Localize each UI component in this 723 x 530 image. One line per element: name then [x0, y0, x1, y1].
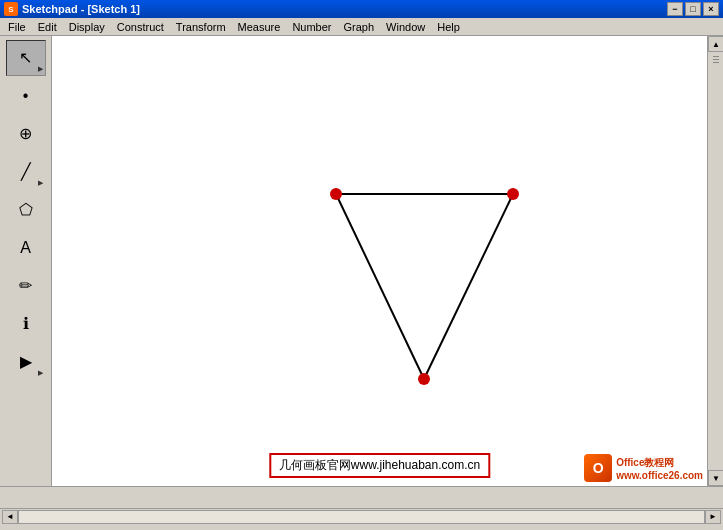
custom-arrow: ▶	[38, 369, 43, 377]
toolbar: ↖▶•⊕╱▶⬠A✏ℹ▶▶	[0, 36, 52, 486]
tool-point[interactable]: •	[6, 78, 46, 114]
vertex-a[interactable]	[330, 188, 342, 200]
minimize-button[interactable]: −	[667, 2, 683, 16]
menu-item-measure[interactable]: Measure	[232, 20, 287, 34]
menu-item-number[interactable]: Number	[286, 20, 337, 34]
office-logo-text: Office教程网 www.office26.com	[616, 456, 703, 481]
tool-info[interactable]: ℹ	[6, 306, 46, 342]
scroll-left-button[interactable]: ◄	[2, 510, 18, 524]
canvas-svg	[52, 36, 707, 486]
vertex-b[interactable]	[507, 188, 519, 200]
polygon-icon: ⬠	[19, 202, 33, 218]
triangle-left-edge	[336, 194, 424, 379]
marker-icon: ✏	[19, 278, 32, 294]
scroll-track-right[interactable]	[708, 52, 723, 470]
main-area: ↖▶•⊕╱▶⬠A✏ℹ▶▶ 几何画板官网www.jihehuaban.com.cn…	[0, 36, 723, 486]
scrollbar-right: ▲ ▼	[707, 36, 723, 486]
close-button[interactable]: ×	[703, 2, 719, 16]
watermark: 几何画板官网www.jihehuaban.com.cn	[269, 453, 490, 478]
line-arrow: ▶	[38, 179, 43, 187]
triangle-right-edge	[424, 194, 513, 379]
window-controls: − □ ×	[667, 2, 719, 16]
tool-line[interactable]: ╱▶	[6, 154, 46, 190]
menu-item-window[interactable]: Window	[380, 20, 431, 34]
canvas-area: 几何画板官网www.jihehuaban.com.cn O Office教程网 …	[52, 36, 707, 486]
menu-item-edit[interactable]: Edit	[32, 20, 63, 34]
office-logo: O Office教程网 www.office26.com	[584, 454, 703, 482]
menu-item-file[interactable]: File	[2, 20, 32, 34]
point-icon: •	[23, 88, 29, 104]
menu-item-transform[interactable]: Transform	[170, 20, 232, 34]
app-icon: S	[4, 2, 18, 16]
tool-custom[interactable]: ▶▶	[6, 344, 46, 380]
select-icon: ↖	[19, 50, 32, 66]
tool-marker[interactable]: ✏	[6, 268, 46, 304]
menu-item-graph[interactable]: Graph	[338, 20, 381, 34]
office-icon: O	[584, 454, 612, 482]
title-text: Sketchpad - [Sketch 1]	[22, 3, 140, 15]
scroll-right-button[interactable]: ►	[705, 510, 721, 524]
scroll-track-bottom[interactable]	[18, 510, 705, 524]
tool-select[interactable]: ↖▶	[6, 40, 46, 76]
status-bar	[0, 486, 723, 508]
vertex-c[interactable]	[418, 373, 430, 385]
compass-icon: ⊕	[19, 126, 32, 142]
maximize-button[interactable]: □	[685, 2, 701, 16]
title-bar: S Sketchpad - [Sketch 1] − □ ×	[0, 0, 723, 18]
tool-text[interactable]: A	[6, 230, 46, 266]
menu-item-construct[interactable]: Construct	[111, 20, 170, 34]
tool-polygon[interactable]: ⬠	[6, 192, 46, 228]
menu-item-help[interactable]: Help	[431, 20, 466, 34]
select-arrow: ▶	[38, 65, 43, 73]
info-icon: ℹ	[23, 316, 29, 332]
custom-icon: ▶	[20, 354, 32, 370]
office-logo-url: www.office26.com	[616, 470, 703, 481]
text-icon: A	[20, 240, 31, 256]
menu-item-display[interactable]: Display	[63, 20, 111, 34]
office-logo-name: Office教程网	[616, 457, 674, 468]
line-icon: ╱	[21, 164, 31, 180]
menu-bar: FileEditDisplayConstructTransformMeasure…	[0, 18, 723, 36]
scroll-up-button[interactable]: ▲	[708, 36, 723, 52]
bottom-scrollbar: ◄ ►	[0, 508, 723, 524]
scroll-down-button[interactable]: ▼	[708, 470, 723, 486]
tool-compass[interactable]: ⊕	[6, 116, 46, 152]
